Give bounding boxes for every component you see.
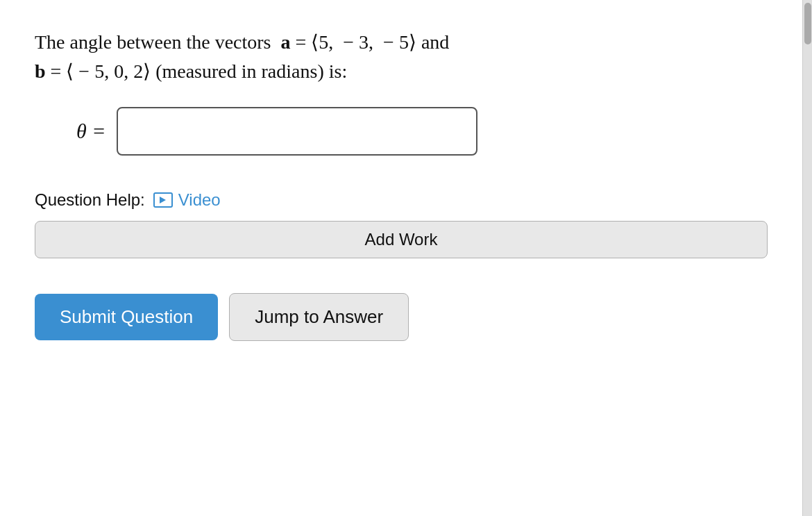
problem-line1: The angle between the vectors a = ⟨5, − … — [35, 28, 768, 57]
answer-row: θ = — [76, 107, 768, 156]
video-icon — [153, 192, 173, 208]
question-help-row: Question Help: Video — [35, 190, 768, 210]
problem-text: The angle between the vectors a = ⟨5, − … — [35, 28, 768, 86]
answer-input[interactable] — [117, 107, 477, 156]
scrollbar-thumb[interactable] — [804, 3, 811, 44]
theta-label: θ = — [76, 119, 105, 143]
question-help-label: Question Help: — [35, 190, 145, 210]
bottom-buttons: Submit Question Jump to Answer — [35, 293, 768, 341]
video-label: Video — [178, 190, 221, 210]
submit-question-button[interactable]: Submit Question — [35, 294, 218, 340]
add-work-button[interactable]: Add Work — [35, 221, 768, 258]
problem-line2: b = ⟨ − 5, 0, 2⟩ (measured in radians) i… — [35, 57, 768, 86]
scrollbar[interactable] — [802, 0, 812, 516]
video-link[interactable]: Video — [153, 190, 221, 210]
jump-to-answer-button[interactable]: Jump to Answer — [229, 293, 409, 341]
main-content: The angle between the vectors a = ⟨5, − … — [0, 0, 802, 516]
